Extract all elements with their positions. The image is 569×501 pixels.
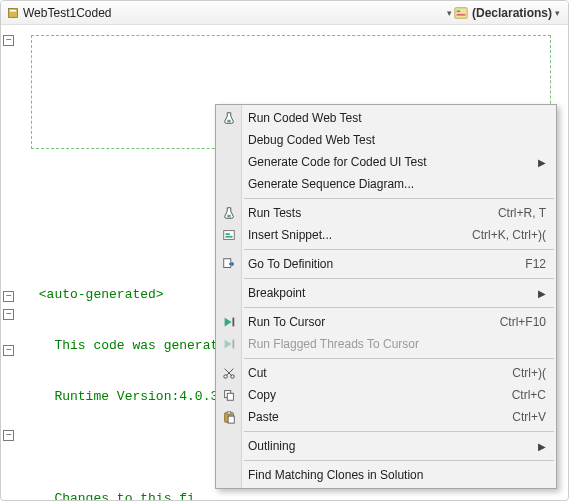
flask-icon <box>221 205 237 221</box>
svg-rect-3 <box>457 10 461 12</box>
menu-goto-definition[interactable]: Go To Definition F12 <box>216 253 556 275</box>
snippet-icon <box>221 227 237 243</box>
menu-separator <box>244 358 554 359</box>
member-dropdown-label: (Declarations) <box>472 6 552 20</box>
menu-run-tests[interactable]: Run Tests Ctrl+R, T <box>216 202 556 224</box>
type-dropdown[interactable]: WebTest1Coded <box>7 6 112 20</box>
svg-rect-0 <box>9 8 18 17</box>
member-dropdown[interactable]: (Declarations) <box>454 6 552 20</box>
run-to-cursor-icon <box>221 314 237 330</box>
fold-toggle[interactable] <box>3 291 14 302</box>
fold-toggle[interactable] <box>3 430 14 441</box>
menu-separator <box>244 460 554 461</box>
svg-rect-19 <box>228 416 234 423</box>
svg-rect-8 <box>226 233 230 235</box>
menu-insert-snippet[interactable]: Insert Snippet... Ctrl+K, Ctrl+)( <box>216 224 556 246</box>
svg-rect-6 <box>227 215 231 218</box>
flask-icon <box>221 110 237 126</box>
svg-rect-9 <box>226 236 233 238</box>
fold-toggle[interactable] <box>3 309 14 320</box>
svg-rect-4 <box>457 13 466 15</box>
vb-file-icon <box>7 7 19 19</box>
context-menu: Run Coded Web Test Debug Coded Web Test … <box>215 104 557 489</box>
menu-paste[interactable]: Paste Ctrl+V <box>216 406 556 428</box>
menu-debug-coded-web-test[interactable]: Debug Coded Web Test <box>216 129 556 151</box>
type-dropdown-label: WebTest1Coded <box>23 6 112 20</box>
member-dropdown-caret[interactable]: ▾ <box>552 8 562 18</box>
run-to-cursor-icon <box>221 336 237 352</box>
svg-rect-1 <box>10 10 16 12</box>
chevron-right-icon: ▶ <box>538 288 546 299</box>
svg-rect-5 <box>227 120 231 123</box>
chevron-right-icon: ▶ <box>538 157 546 168</box>
menu-separator <box>244 431 554 432</box>
menu-separator <box>244 249 554 250</box>
menu-copy[interactable]: Copy Ctrl+C <box>216 384 556 406</box>
svg-rect-2 <box>455 7 467 18</box>
svg-rect-10 <box>224 259 231 268</box>
declarations-icon <box>454 6 468 20</box>
type-dropdown-caret[interactable]: ▾ <box>444 8 454 18</box>
svg-rect-12 <box>233 340 235 349</box>
svg-rect-16 <box>227 393 233 400</box>
paste-icon <box>221 409 237 425</box>
menu-generate-sequence-diagram[interactable]: Generate Sequence Diagram... <box>216 173 556 195</box>
editor-header: WebTest1Coded ▾ (Declarations) ▾ <box>1 1 568 25</box>
menu-separator <box>244 278 554 279</box>
fold-toggle[interactable] <box>3 35 14 46</box>
menu-run-coded-web-test[interactable]: Run Coded Web Test <box>216 107 556 129</box>
scissors-icon <box>221 365 237 381</box>
menu-generate-code-coded-ui[interactable]: Generate Code for Coded UI Test ▶ <box>216 151 556 173</box>
menu-outlining[interactable]: Outlining ▶ <box>216 435 556 457</box>
menu-separator <box>244 198 554 199</box>
copy-icon <box>221 387 237 403</box>
menu-breakpoint[interactable]: Breakpoint ▶ <box>216 282 556 304</box>
menu-cut[interactable]: Cut Ctrl+)( <box>216 362 556 384</box>
menu-find-matching-clones[interactable]: Find Matching Clones in Solution <box>216 464 556 486</box>
menu-run-flagged-threads: Run Flagged Threads To Cursor <box>216 333 556 355</box>
menu-run-to-cursor[interactable]: Run To Cursor Ctrl+F10 <box>216 311 556 333</box>
svg-rect-18 <box>227 412 231 415</box>
goto-definition-icon <box>221 256 237 272</box>
menu-separator <box>244 307 554 308</box>
chevron-right-icon: ▶ <box>538 441 546 452</box>
fold-toggle[interactable] <box>3 345 14 356</box>
svg-rect-11 <box>233 318 235 327</box>
